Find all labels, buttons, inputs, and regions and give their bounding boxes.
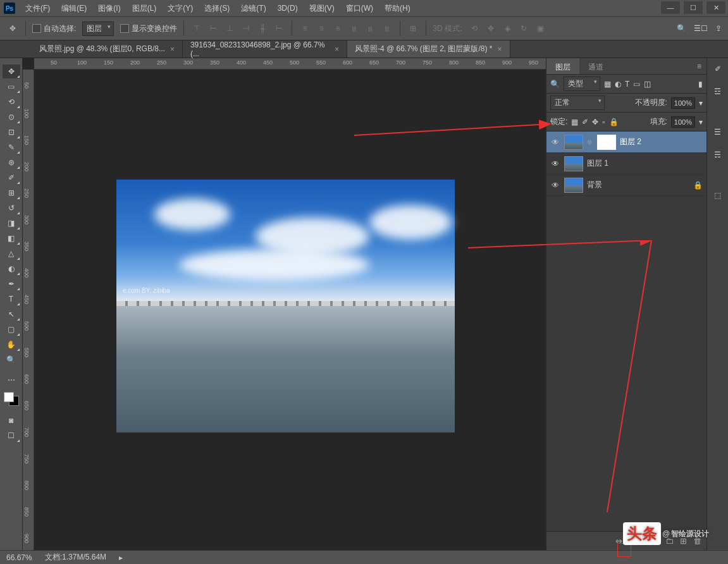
history-brush-tool[interactable]: ↺ [3,201,20,215]
minimize-button[interactable]: — [661,1,680,14]
menu-help[interactable]: 帮助(H) [379,1,416,16]
layer-name[interactable]: 背景 [587,180,602,190]
ruler-horizontal[interactable]: 5010015020025030035040045050055060065070… [34,58,546,70]
lock-all-icon[interactable]: 🔒 [609,118,619,126]
canvas-area[interactable]: 5010015020025030035040045050055060065070… [23,58,546,550]
eyedropper-tool[interactable]: ✎ [3,140,20,154]
quick-mask[interactable]: ◙ [3,414,20,427]
align-top-icon[interactable]: ⊤ [190,22,203,35]
lock-brush-icon[interactable]: ✐ [582,118,588,126]
link-layers-icon[interactable]: ⇔ [615,536,622,546]
menu-layer[interactable]: 图层(L) [127,1,162,16]
filter-type-dropdown[interactable]: 类型 [564,77,600,91]
fill-value[interactable]: 100% [671,116,695,128]
chevron-down-icon[interactable]: ▾ [699,118,703,126]
filter-smart-icon[interactable]: ◫ [644,80,651,89]
filter-adjust-icon[interactable]: ◐ [615,80,621,89]
canvas-image[interactable]: e.com BY: zibiba [116,180,455,432]
dist-top-icon[interactable]: ≡ [299,22,311,35]
filter-shape-icon[interactable]: ▭ [633,80,640,89]
edit-toolbar[interactable]: ⋯ [3,373,20,387]
align-vcenter-icon[interactable]: ⊢ [207,22,219,35]
layer-thumbnail[interactable] [564,135,583,150]
filter-type-icon[interactable]: T [625,80,629,89]
zoom-3d-icon[interactable]: ▣ [534,22,546,35]
tab-channels[interactable]: 通道 [579,58,612,74]
quick-select-tool[interactable]: ⊙ [3,110,20,124]
layer-thumbnail[interactable] [564,178,583,193]
slide-3d-icon[interactable]: ◈ [501,22,514,35]
layer-name[interactable]: 图层 1 [587,158,608,169]
menu-view[interactable]: 视图(V) [304,1,340,16]
crop-tool[interactable]: ⊡ [3,125,20,139]
filter-toggle-icon[interactable]: ▮ [698,80,703,89]
share-icon[interactable]: ⇪ [715,24,722,33]
brush-panel-icon[interactable]: ✐ [711,62,725,76]
doc-size[interactable]: 文档:1.37M/5.64M [45,552,106,563]
rotate-3d-icon[interactable]: ↻ [517,22,530,35]
lasso-tool[interactable]: ⟲ [3,95,20,109]
menu-3d[interactable]: 3D(D) [273,1,303,15]
menu-type[interactable]: 文字(Y) [163,1,198,16]
opacity-value[interactable]: 100% [671,97,695,109]
search-icon[interactable]: 🔍 [550,80,560,89]
layer-thumbnail[interactable] [564,156,583,171]
mask-link-icon[interactable]: ⊗ [587,138,593,145]
show-transform-checkbox[interactable]: 显示变换控件 [120,23,177,34]
menu-window[interactable]: 窗口(W) [341,1,378,16]
doc-tab-2[interactable]: 391634_082313046898_2.jpg @ 66.7% (...× [183,40,347,58]
align-hcenter-icon[interactable]: ╫ [256,22,269,35]
marquee-tool[interactable]: ▭ [3,80,20,94]
history-panel-icon[interactable]: ☰ [711,125,725,139]
shape-tool[interactable]: ▢ [3,322,20,336]
brush-tool[interactable]: ✐ [3,171,20,185]
pen-tool[interactable]: ✒ [3,277,20,291]
maximize-button[interactable]: ☐ [684,1,703,14]
align-left-icon[interactable]: ⊣ [240,22,252,35]
filter-pixel-icon[interactable]: ▦ [604,80,611,89]
layer-item-1[interactable]: 👁 图层 1 [546,153,706,175]
doc-tab-1[interactable]: 风景照.jpg @ 48.3% (图层0, RGB/8...× [32,40,183,58]
visibility-icon[interactable]: 👁 [550,137,560,147]
status-more-icon[interactable]: ▸ [119,553,123,562]
tab-layers[interactable]: 图层 [546,58,579,74]
close-tab-icon[interactable]: × [498,45,502,54]
layer-item-bg[interactable]: 👁 背景 🔒 [546,175,706,196]
zoom-tool[interactable]: 🔍 [3,353,20,367]
ruler-vertical[interactable]: 5010015020025030035040045050055060065070… [23,70,34,550]
close-tab-icon[interactable]: × [170,45,175,54]
screen-mode[interactable]: ☐ [3,429,20,443]
menu-edit[interactable]: 编辑(E) [56,1,92,16]
foreground-color[interactable] [4,392,14,402]
blur-tool[interactable]: △ [3,247,20,261]
layer-name[interactable]: 图层 2 [620,137,641,147]
patch-tool[interactable]: ⊛ [3,156,20,169]
3d-panel-icon[interactable]: ⬚ [711,188,725,202]
pan-3d-icon[interactable]: ✥ [484,22,497,35]
path-select-tool[interactable]: ↖ [3,307,20,321]
dist-left-icon[interactable]: ⫼ [348,22,361,35]
menu-image[interactable]: 图像(I) [93,1,125,16]
dist-right-icon[interactable]: ⫼ [381,22,393,35]
search-icon[interactable]: 🔍 [677,24,686,33]
menu-filter[interactable]: 滤镜(T) [236,1,271,16]
eraser-tool[interactable]: ◨ [3,216,20,230]
move-tool[interactable]: ✥ [3,64,20,78]
layer-dropdown[interactable]: 图层 [82,21,114,36]
orbit-3d-icon[interactable]: ⟲ [468,22,481,35]
lock-pixels-icon[interactable]: ▦ [571,118,578,126]
stamp-tool[interactable]: ⊞ [3,186,20,200]
dist-bottom-icon[interactable]: ≡ [331,22,344,35]
gradient-tool[interactable]: ◧ [3,231,20,245]
hand-tool[interactable]: ✋ [3,338,20,352]
layer-mask-thumbnail[interactable] [597,135,616,150]
menu-select[interactable]: 选择(S) [199,1,235,16]
visibility-icon[interactable]: 👁 [550,180,560,190]
visibility-icon[interactable]: 👁 [550,159,560,169]
close-button[interactable]: ✕ [706,1,725,14]
menu-file[interactable]: 文件(F) [20,1,55,16]
layer-item-2[interactable]: 👁 ⊗ 图层 2 [546,132,706,153]
brush-settings-icon[interactable]: ☲ [711,85,725,99]
dist-hcenter-icon[interactable]: ⫼ [364,22,377,35]
lock-position-icon[interactable]: ✥ [592,118,598,126]
